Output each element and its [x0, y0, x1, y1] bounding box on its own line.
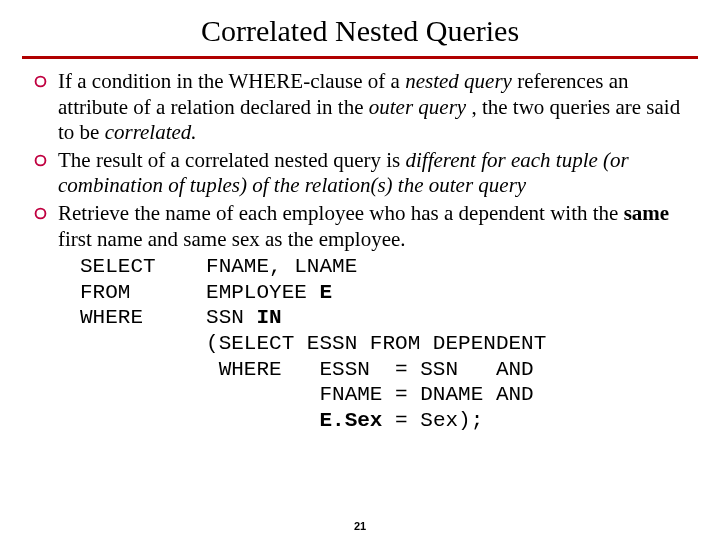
sql-kw: IN: [256, 306, 281, 329]
circle-bullet-icon: [22, 69, 58, 88]
sql-alias: E: [319, 281, 332, 304]
sql-text: WHERE ESSN = SSN AND: [206, 358, 534, 381]
content-area: If a condition in the WHERE-clause of a …: [22, 69, 698, 434]
bullet-text: Retrieve the name of each employee who h…: [58, 201, 698, 252]
sql-ref: E.Sex: [319, 409, 382, 432]
slide-title: Correlated Nested Queries: [0, 14, 720, 48]
bullet-text: If a condition in the WHERE-clause of a …: [58, 69, 698, 146]
bullet-item: The result of a correlated nested query …: [22, 148, 698, 199]
sql-kw: FROM: [80, 281, 130, 304]
sql-code: SELECT FNAME, LNAME FROM EMPLOYEE E WHER…: [80, 254, 698, 433]
sql-text: FNAME = DNAME AND: [206, 383, 534, 406]
bullet-item: If a condition in the WHERE-clause of a …: [22, 69, 698, 146]
sql-text: SSN: [206, 306, 256, 329]
circle-bullet-icon: [22, 148, 58, 167]
bullet-text: The result of a correlated nested query …: [58, 148, 698, 199]
sql-text: = Sex);: [382, 409, 483, 432]
svg-point-0: [35, 77, 45, 87]
text: If a condition in the WHERE-clause of a: [58, 69, 405, 93]
slide: Correlated Nested Queries If a condition…: [0, 0, 720, 540]
sql-kw: SELECT: [80, 255, 156, 278]
text: first name and same sex as the employee.: [58, 227, 406, 251]
italic-text: correlated.: [105, 120, 197, 144]
text: The result of a correlated nested query …: [58, 148, 406, 172]
divider: [22, 56, 698, 59]
svg-point-2: [35, 209, 45, 219]
text: Retrieve the name of each employee who h…: [58, 201, 624, 225]
sql-text: FNAME, LNAME: [206, 255, 357, 278]
svg-point-1: [35, 155, 45, 165]
sql-text: (SELECT ESSN FROM DEPENDENT: [206, 332, 546, 355]
sql-kw: WHERE: [80, 306, 143, 329]
italic-text: outer query: [369, 95, 466, 119]
sql-text: EMPLOYEE: [206, 281, 319, 304]
bold-text: same: [624, 201, 670, 225]
circle-bullet-icon: [22, 201, 58, 220]
sql-text: [206, 409, 319, 432]
italic-text: nested query: [405, 69, 512, 93]
bullet-item: Retrieve the name of each employee who h…: [22, 201, 698, 252]
page-number: 21: [0, 520, 720, 532]
